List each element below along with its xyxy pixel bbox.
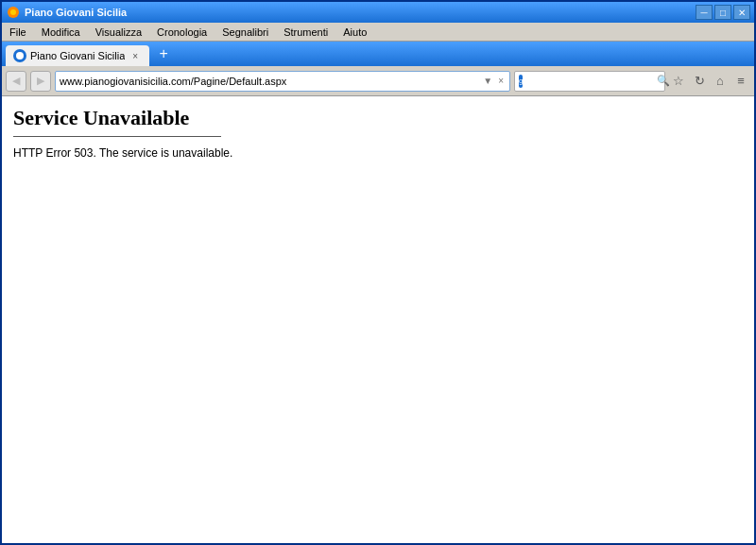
menu-bar: File Modifica Visualizza Cronologia Segn… <box>2 23 754 42</box>
error-divider <box>13 136 221 137</box>
back-button[interactable]: ◀ <box>6 71 26 92</box>
tab-close-button[interactable]: × <box>129 49 142 62</box>
new-tab-button[interactable]: + <box>153 43 174 64</box>
tab-label: Piano Giovani Sicilia <box>30 50 125 61</box>
maximize-button[interactable]: □ <box>714 5 731 20</box>
close-button[interactable]: ✕ <box>733 5 750 20</box>
browser-tab[interactable]: Piano Giovani Sicilia × <box>6 45 149 66</box>
menu-file[interactable]: File <box>6 26 30 39</box>
page-content: Service Unavailable HTTP Error 503. The … <box>2 96 754 543</box>
menu-history[interactable]: Cronologia <box>153 26 211 39</box>
tab-favicon <box>13 49 26 62</box>
address-dropdown-icon[interactable]: ▼ <box>481 76 494 86</box>
address-bar: ◀ ▶ ▼ × g 🔍 ☆ ↻ ⌂ ≡ <box>2 66 754 96</box>
search-input[interactable] <box>524 76 655 87</box>
tab-bar: Piano Giovani Sicilia × + <box>2 42 754 66</box>
address-input[interactable] <box>60 76 479 87</box>
toolbar-icons: ☆ ↻ ⌂ ≡ <box>669 72 750 91</box>
menu-bookmarks[interactable]: Segnalibri <box>218 26 272 39</box>
star-icon[interactable]: ☆ <box>669 72 688 91</box>
menu-view[interactable]: Visualizza <box>92 26 146 39</box>
address-input-wrapper: ▼ × <box>55 71 510 92</box>
search-engine-icon: g <box>519 75 523 88</box>
title-bar: Piano Giovani Sicilia ─ □ ✕ <box>2 2 754 23</box>
error-title: Service Unavailable <box>13 106 743 130</box>
search-engine-label: g <box>519 77 523 85</box>
search-wrapper: g 🔍 <box>514 71 665 92</box>
svg-point-1 <box>10 9 16 15</box>
menu-tools[interactable]: Strumenti <box>280 26 332 39</box>
menu-icon[interactable]: ≡ <box>731 72 750 91</box>
home-icon[interactable]: ⌂ <box>711 72 730 91</box>
window-title: Piano Giovani Sicilia <box>25 7 127 18</box>
forward-button[interactable]: ▶ <box>30 71 51 92</box>
minimize-button[interactable]: ─ <box>696 5 713 20</box>
window-controls: ─ □ ✕ <box>696 5 750 20</box>
browser-icon <box>6 5 21 20</box>
refresh-icon[interactable]: ↻ <box>690 72 709 91</box>
address-clear-icon[interactable]: × <box>496 76 506 86</box>
address-icons: ▼ × <box>481 76 506 86</box>
menu-help[interactable]: Aiuto <box>339 26 370 39</box>
menu-edit[interactable]: Modifica <box>38 26 84 39</box>
title-bar-left: Piano Giovani Sicilia <box>6 5 127 20</box>
error-body: HTTP Error 503. The service is unavailab… <box>13 146 743 160</box>
